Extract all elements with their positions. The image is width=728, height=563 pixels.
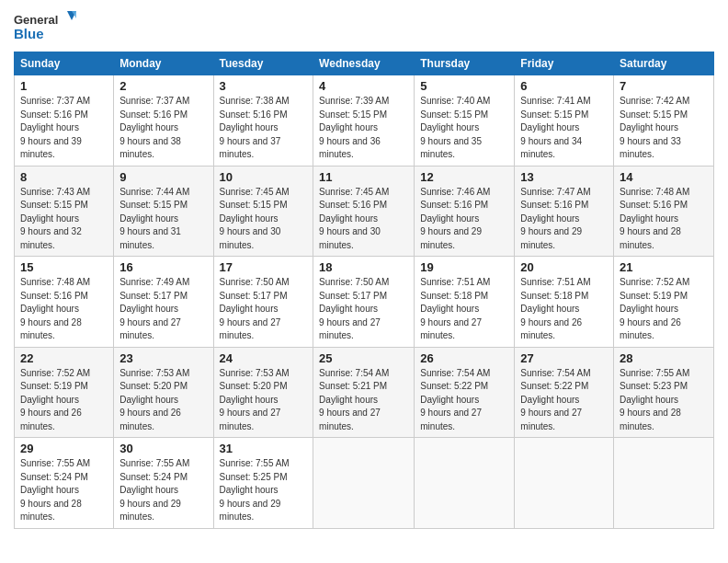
day-number: 7 bbox=[620, 79, 708, 93]
calendar-week-row: 22 Sunrise: 7:52 AM Sunset: 5:19 PM Dayl… bbox=[15, 347, 714, 438]
day-number: 1 bbox=[20, 79, 108, 93]
day-number: 31 bbox=[220, 442, 308, 455]
svg-text:General: General bbox=[14, 13, 58, 27]
svg-text:Blue: Blue bbox=[14, 26, 44, 41]
calendar-cell: 16 Sunrise: 7:49 AM Sunset: 5:17 PM Dayl… bbox=[114, 257, 213, 348]
day-number: 30 bbox=[119, 442, 207, 455]
day-detail: Sunrise: 7:47 AM Sunset: 5:16 PM Dayligh… bbox=[520, 186, 608, 253]
calendar-cell: 23 Sunrise: 7:53 AM Sunset: 5:20 PM Dayl… bbox=[114, 347, 213, 438]
day-detail: Sunrise: 7:53 AM Sunset: 5:20 PM Dayligh… bbox=[220, 367, 308, 434]
calendar-cell: 25 Sunrise: 7:54 AM Sunset: 5:21 PM Dayl… bbox=[313, 347, 415, 438]
calendar-week-row: 8 Sunrise: 7:43 AM Sunset: 5:15 PM Dayli… bbox=[15, 166, 714, 257]
day-header-saturday: Saturday bbox=[614, 52, 714, 75]
calendar-cell: 6 Sunrise: 7:41 AM Sunset: 5:15 PM Dayli… bbox=[515, 75, 614, 167]
day-header-thursday: Thursday bbox=[415, 52, 515, 75]
day-detail: Sunrise: 7:40 AM Sunset: 5:15 PM Dayligh… bbox=[420, 95, 508, 162]
calendar-cell: 13 Sunrise: 7:47 AM Sunset: 5:16 PM Dayl… bbox=[515, 166, 614, 257]
calendar-cell: 15 Sunrise: 7:48 AM Sunset: 5:16 PM Dayl… bbox=[15, 257, 114, 348]
calendar-cell: 12 Sunrise: 7:46 AM Sunset: 5:16 PM Dayl… bbox=[415, 166, 515, 257]
day-detail: Sunrise: 7:55 AM Sunset: 5:24 PM Dayligh… bbox=[119, 457, 207, 524]
day-detail: Sunrise: 7:39 AM Sunset: 5:15 PM Dayligh… bbox=[319, 95, 408, 162]
day-detail: Sunrise: 7:49 AM Sunset: 5:17 PM Dayligh… bbox=[119, 276, 207, 343]
day-number: 15 bbox=[20, 260, 108, 274]
calendar-cell bbox=[515, 438, 614, 529]
day-detail: Sunrise: 7:43 AM Sunset: 5:15 PM Dayligh… bbox=[20, 186, 108, 253]
day-number: 28 bbox=[620, 351, 708, 365]
day-detail: Sunrise: 7:54 AM Sunset: 5:22 PM Dayligh… bbox=[520, 367, 608, 434]
day-detail: Sunrise: 7:55 AM Sunset: 5:24 PM Dayligh… bbox=[20, 457, 108, 524]
day-detail: Sunrise: 7:45 AM Sunset: 5:16 PM Dayligh… bbox=[319, 186, 408, 253]
calendar-cell: 8 Sunrise: 7:43 AM Sunset: 5:15 PM Dayli… bbox=[15, 166, 114, 257]
calendar-cell: 26 Sunrise: 7:54 AM Sunset: 5:22 PM Dayl… bbox=[415, 347, 515, 438]
day-number: 3 bbox=[220, 79, 308, 93]
calendar-header-row: SundayMondayTuesdayWednesdayThursdayFrid… bbox=[15, 52, 714, 75]
day-detail: Sunrise: 7:45 AM Sunset: 5:15 PM Dayligh… bbox=[220, 186, 308, 253]
day-number: 25 bbox=[319, 351, 408, 365]
day-detail: Sunrise: 7:46 AM Sunset: 5:16 PM Dayligh… bbox=[420, 186, 508, 253]
logo: General Blue bbox=[14, 9, 78, 46]
calendar-cell bbox=[614, 438, 714, 529]
day-number: 11 bbox=[319, 170, 408, 184]
day-header-sunday: Sunday bbox=[15, 52, 114, 75]
calendar-cell: 20 Sunrise: 7:51 AM Sunset: 5:18 PM Dayl… bbox=[515, 257, 614, 348]
calendar-week-row: 1 Sunrise: 7:37 AM Sunset: 5:16 PM Dayli… bbox=[15, 75, 714, 167]
day-detail: Sunrise: 7:52 AM Sunset: 5:19 PM Dayligh… bbox=[620, 276, 708, 343]
day-number: 26 bbox=[420, 351, 508, 365]
calendar-cell: 19 Sunrise: 7:51 AM Sunset: 5:18 PM Dayl… bbox=[415, 257, 515, 348]
calendar-cell: 14 Sunrise: 7:48 AM Sunset: 5:16 PM Dayl… bbox=[614, 166, 714, 257]
day-number: 4 bbox=[319, 79, 408, 93]
day-detail: Sunrise: 7:55 AM Sunset: 5:25 PM Dayligh… bbox=[220, 457, 308, 524]
day-number: 9 bbox=[119, 170, 207, 184]
day-number: 20 bbox=[520, 260, 608, 274]
day-detail: Sunrise: 7:54 AM Sunset: 5:21 PM Dayligh… bbox=[319, 367, 408, 434]
day-number: 13 bbox=[520, 170, 608, 184]
calendar-cell: 11 Sunrise: 7:45 AM Sunset: 5:16 PM Dayl… bbox=[313, 166, 415, 257]
day-detail: Sunrise: 7:48 AM Sunset: 5:16 PM Dayligh… bbox=[620, 186, 708, 253]
calendar-cell: 24 Sunrise: 7:53 AM Sunset: 5:20 PM Dayl… bbox=[213, 347, 313, 438]
day-detail: Sunrise: 7:38 AM Sunset: 5:16 PM Dayligh… bbox=[220, 95, 308, 162]
calendar-cell: 30 Sunrise: 7:55 AM Sunset: 5:24 PM Dayl… bbox=[114, 438, 213, 529]
day-number: 22 bbox=[20, 351, 108, 365]
calendar-cell: 29 Sunrise: 7:55 AM Sunset: 5:24 PM Dayl… bbox=[15, 438, 114, 529]
day-header-tuesday: Tuesday bbox=[213, 52, 313, 75]
calendar-cell: 27 Sunrise: 7:54 AM Sunset: 5:22 PM Dayl… bbox=[515, 347, 614, 438]
day-number: 19 bbox=[420, 260, 508, 274]
day-header-monday: Monday bbox=[114, 52, 213, 75]
day-number: 23 bbox=[119, 351, 207, 365]
header-row: General Blue bbox=[14, 9, 714, 46]
day-detail: Sunrise: 7:37 AM Sunset: 5:16 PM Dayligh… bbox=[20, 95, 108, 162]
day-number: 17 bbox=[220, 260, 308, 274]
page-container: General Blue SundayMondayTuesdayWednesda… bbox=[0, 0, 728, 538]
day-detail: Sunrise: 7:50 AM Sunset: 5:17 PM Dayligh… bbox=[220, 276, 308, 343]
calendar-week-row: 15 Sunrise: 7:48 AM Sunset: 5:16 PM Dayl… bbox=[15, 257, 714, 348]
calendar-cell: 7 Sunrise: 7:42 AM Sunset: 5:15 PM Dayli… bbox=[614, 75, 714, 167]
calendar-cell bbox=[313, 438, 415, 529]
day-header-friday: Friday bbox=[515, 52, 614, 75]
calendar-cell: 22 Sunrise: 7:52 AM Sunset: 5:19 PM Dayl… bbox=[15, 347, 114, 438]
calendar-cell: 28 Sunrise: 7:55 AM Sunset: 5:23 PM Dayl… bbox=[614, 347, 714, 438]
day-number: 10 bbox=[220, 170, 308, 184]
calendar-cell: 9 Sunrise: 7:44 AM Sunset: 5:15 PM Dayli… bbox=[114, 166, 213, 257]
day-number: 8 bbox=[20, 170, 108, 184]
day-detail: Sunrise: 7:54 AM Sunset: 5:22 PM Dayligh… bbox=[420, 367, 508, 434]
day-number: 21 bbox=[620, 260, 708, 274]
calendar-cell: 4 Sunrise: 7:39 AM Sunset: 5:15 PM Dayli… bbox=[313, 75, 415, 167]
day-number: 6 bbox=[520, 79, 608, 93]
calendar-cell: 10 Sunrise: 7:45 AM Sunset: 5:15 PM Dayl… bbox=[213, 166, 313, 257]
day-detail: Sunrise: 7:50 AM Sunset: 5:17 PM Dayligh… bbox=[319, 276, 408, 343]
day-number: 12 bbox=[420, 170, 508, 184]
day-number: 24 bbox=[220, 351, 308, 365]
general-blue-logo: General Blue bbox=[14, 9, 78, 46]
calendar-cell: 3 Sunrise: 7:38 AM Sunset: 5:16 PM Dayli… bbox=[213, 75, 313, 167]
calendar-cell: 31 Sunrise: 7:55 AM Sunset: 5:25 PM Dayl… bbox=[213, 438, 313, 529]
calendar-cell: 21 Sunrise: 7:52 AM Sunset: 5:19 PM Dayl… bbox=[614, 257, 714, 348]
day-detail: Sunrise: 7:53 AM Sunset: 5:20 PM Dayligh… bbox=[119, 367, 207, 434]
day-number: 16 bbox=[119, 260, 207, 274]
day-detail: Sunrise: 7:44 AM Sunset: 5:15 PM Dayligh… bbox=[119, 186, 207, 253]
day-detail: Sunrise: 7:51 AM Sunset: 5:18 PM Dayligh… bbox=[520, 276, 608, 343]
day-number: 27 bbox=[520, 351, 608, 365]
calendar-cell: 17 Sunrise: 7:50 AM Sunset: 5:17 PM Dayl… bbox=[213, 257, 313, 348]
calendar-cell bbox=[415, 438, 515, 529]
calendar-cell: 1 Sunrise: 7:37 AM Sunset: 5:16 PM Dayli… bbox=[15, 75, 114, 167]
day-number: 5 bbox=[420, 79, 508, 93]
